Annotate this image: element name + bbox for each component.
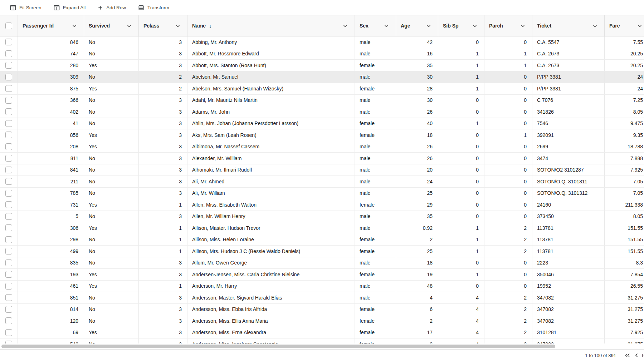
table-row[interactable]: 785No3Ali, Mr. Williammale2500SOTON/O.Q.… — [0, 188, 644, 199]
table-row[interactable]: 211No3Ali, Mr. Ahmedmale2400SOTON/O.Q. 3… — [0, 176, 644, 188]
cell-survived: No — [84, 257, 139, 269]
transform-button[interactable]: Transform — [138, 5, 169, 11]
column-header-name[interactable]: Name↓ — [187, 15, 355, 36]
row-checkbox[interactable] — [5, 62, 12, 69]
row-checkbox[interactable] — [5, 213, 12, 220]
column-header-passengerId[interactable]: Passenger Id — [18, 15, 84, 36]
column-menu-chevron-icon[interactable] — [343, 23, 347, 29]
row-checkbox[interactable] — [5, 85, 12, 92]
table-row[interactable]: 461Yes1Anderson, Mr. Harrymale4800199522… — [0, 281, 644, 292]
column-header-survived[interactable]: Survived — [84, 15, 139, 36]
cell-fare: 20.25 — [605, 48, 644, 60]
column-menu-chevron-icon[interactable] — [127, 23, 131, 29]
previous-page-icon[interactable] — [635, 353, 638, 358]
row-checkbox[interactable] — [5, 132, 12, 138]
fit-screen-button[interactable]: Fit Screen — [10, 5, 42, 11]
cell-sibSp: 4 — [438, 338, 484, 343]
row-checkbox[interactable] — [5, 120, 12, 127]
horizontal-scrollbar-thumb[interactable] — [1, 345, 555, 348]
row-checkbox[interactable] — [5, 224, 12, 231]
table-row[interactable]: 841No3Alhomaki, Mr. Ilmari Rudolfmale200… — [0, 164, 644, 176]
row-checkbox[interactable] — [5, 143, 12, 150]
table-row[interactable]: 851No3Andersson, Master. Sigvard Harald … — [0, 292, 644, 304]
cell-name: Andersson, Master. Sigvard Harald Elias — [187, 292, 355, 303]
column-menu-chevron-icon[interactable] — [72, 23, 77, 29]
row-checkbox[interactable] — [5, 329, 12, 336]
table-row[interactable]: 309No2Abelson, Mr. Samuelmale3010P/PP 33… — [0, 71, 644, 83]
row-checkbox[interactable] — [5, 108, 12, 115]
table-row[interactable]: 846No3Abbing, Mr. Anthonymale4200C.A. 55… — [0, 36, 644, 48]
cell-sibSp: 1 — [438, 234, 484, 246]
table-row[interactable]: 499No1Allison, Mrs. Hudson J C (Bessie W… — [0, 246, 644, 257]
column-header-sex[interactable]: Sex — [355, 15, 396, 36]
cell-ticket: 341826 — [532, 106, 605, 118]
first-page-icon[interactable] — [625, 353, 630, 358]
column-header-sibSp[interactable]: Sib Sp — [438, 15, 484, 36]
cell-sibSp: 0 — [438, 153, 484, 164]
row-checkbox[interactable] — [5, 50, 12, 57]
row-checkbox[interactable] — [5, 74, 12, 80]
row-checkbox[interactable] — [5, 167, 12, 173]
row-checkbox[interactable] — [5, 306, 12, 313]
column-header-age[interactable]: Age — [396, 15, 438, 36]
cell-fare: 7.55 — [605, 36, 644, 48]
column-header-pclass[interactable]: Pclass — [139, 15, 187, 36]
column-menu-chevron-icon[interactable] — [176, 23, 180, 29]
column-menu-chevron-icon[interactable] — [384, 23, 389, 29]
cell-survived: No — [84, 188, 139, 199]
column-header-parch[interactable]: Parch — [484, 15, 532, 36]
table-row[interactable]: 402No3Adams, Mr. Johnmale26003418268.05 — [0, 106, 644, 118]
table-row[interactable]: 41No3Ahlin, Mrs. Johan (Johanna Persdott… — [0, 118, 644, 130]
cell-passengerId: 211 — [18, 176, 84, 187]
cell-parch: 0 — [484, 71, 532, 83]
column-menu-chevron-icon[interactable] — [473, 23, 477, 29]
cell-name: Allen, Miss. Elisabeth Walton — [187, 199, 355, 211]
row-checkbox[interactable] — [5, 236, 12, 243]
cell-name: Abbott, Mrs. Stanton (Rosa Hunt) — [187, 60, 355, 71]
row-checkbox[interactable] — [5, 294, 12, 301]
table-row[interactable]: 856Yes3Aks, Mrs. Sam (Leah Rosen)female1… — [0, 129, 644, 141]
cell-sex: male — [355, 71, 396, 83]
cell-ticket: SOTON/O2 3101287 — [532, 164, 605, 176]
column-header-fare[interactable]: Fare — [605, 15, 644, 36]
table-row[interactable]: 120No3Andersson, Miss. Ellis Anna Mariaf… — [0, 315, 644, 327]
column-menu-chevron-icon[interactable] — [521, 23, 525, 29]
row-checkbox[interactable] — [5, 283, 12, 290]
table-row[interactable]: 366No3Adahl, Mr. Mauritz Nils Martinmale… — [0, 95, 644, 107]
expand-all-button[interactable]: Expand All — [54, 5, 86, 11]
row-checkbox[interactable] — [5, 39, 12, 45]
row-checkbox[interactable] — [5, 317, 12, 324]
table-row[interactable]: 306Yes1Allison, Master. Hudson Trevormal… — [0, 222, 644, 234]
table-row[interactable]: 814No3Andersson, Miss. Ebba Iris Alfrida… — [0, 304, 644, 316]
table-row[interactable]: 208Yes3Albimona, Mr. Nassef Cassemmale26… — [0, 141, 644, 153]
select-all-checkbox[interactable] — [5, 23, 12, 29]
column-menu-chevron-icon[interactable] — [426, 23, 431, 29]
cell-sex: male — [355, 106, 396, 118]
column-menu-chevron-icon[interactable] — [593, 23, 597, 29]
table-row[interactable]: 747No3Abbott, Mr. Rossmore Edwardmale161… — [0, 48, 644, 60]
horizontal-scrollbar[interactable] — [0, 343, 644, 349]
table-row[interactable]: 542No3Andersson, Miss. Ingeborg Constanz… — [0, 338, 644, 343]
cell-passengerId: 193 — [18, 269, 84, 280]
row-checkbox[interactable] — [5, 248, 12, 254]
row-checkbox[interactable] — [5, 259, 12, 266]
table-row[interactable]: 811No3Alexander, Mr. Williammale26003474… — [0, 153, 644, 164]
table-row[interactable]: 731Yes1Allen, Miss. Elisabeth Waltonfema… — [0, 199, 644, 211]
table-row[interactable]: 835No3Allum, Mr. Owen Georgemale18002223… — [0, 257, 644, 269]
row-checkbox[interactable] — [5, 341, 12, 343]
column-menu-chevron-icon[interactable] — [638, 23, 642, 29]
table-row[interactable]: 5No3Allen, Mr. William Henrymale35003734… — [0, 211, 644, 223]
table-row[interactable]: 875Yes2Abelson, Mrs. Samuel (Hannah Wizo… — [0, 83, 644, 95]
add-row-button[interactable]: Add Row — [98, 5, 126, 10]
table-row[interactable]: 69Yes3Andersson, Miss. Erna Alexandrafem… — [0, 327, 644, 339]
column-header-ticket[interactable]: Ticket — [532, 15, 605, 36]
row-checkbox[interactable] — [5, 178, 12, 185]
row-checkbox[interactable] — [5, 201, 12, 208]
table-row[interactable]: 280Yes3Abbott, Mrs. Stanton (Rosa Hunt)f… — [0, 60, 644, 71]
row-checkbox[interactable] — [5, 190, 12, 197]
row-checkbox[interactable] — [5, 271, 12, 278]
table-row[interactable]: 298No1Allison, Miss. Helen Lorainefemale… — [0, 234, 644, 246]
row-checkbox[interactable] — [5, 155, 12, 162]
table-row[interactable]: 193Yes3Andersen-Jensen, Miss. Carla Chri… — [0, 269, 644, 281]
row-checkbox[interactable] — [5, 97, 12, 104]
